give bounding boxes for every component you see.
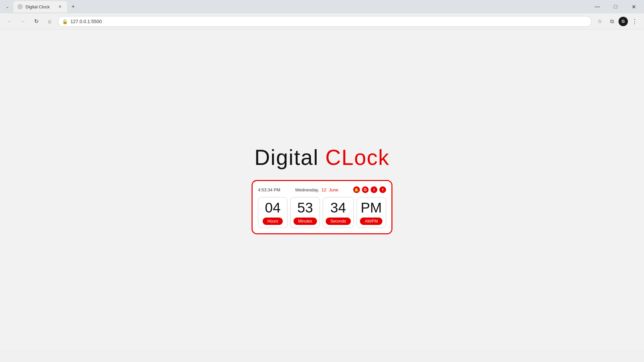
browser-chrome: ⌄ Digital Clock ✕ + — □ ✕ ← → ↻ ⌂ 🔒 ☆ ⧉ … [0, 0, 644, 29]
hours-segment: 04 Hours [258, 197, 287, 228]
reload-button[interactable]: ↻ [31, 16, 42, 27]
clock-social-icons: 🔔 G t f [353, 186, 386, 193]
url-input[interactable] [70, 19, 587, 24]
ampm-value: PM [361, 201, 382, 215]
google-icon[interactable]: G [362, 186, 369, 193]
forward-button[interactable]: → [17, 16, 28, 27]
browser-tab[interactable]: Digital Clock ✕ [13, 1, 67, 12]
clock-date: Wednesday, 12 June [295, 187, 338, 192]
clock-date-label: Wednesday, [295, 187, 319, 192]
clock-header: 4:53:34 PM Wednesday, 12 June 🔔 G t f [258, 186, 386, 193]
back-button[interactable]: ← [4, 16, 15, 27]
clock-widget: 4:53:34 PM Wednesday, 12 June 🔔 G t f 04… [252, 180, 392, 234]
address-bar[interactable]: 🔒 [58, 16, 592, 27]
clock-date-month: June [329, 187, 338, 192]
tab-favicon [17, 4, 23, 9]
minimize-button[interactable]: — [590, 1, 605, 12]
extensions-button[interactable]: ⧉ [606, 16, 617, 27]
nav-right-controls: ☆ ⧉ G ⋮ [594, 16, 640, 27]
bookmark-button[interactable]: ☆ [594, 16, 605, 27]
tab-list-button[interactable]: ⌄ [3, 2, 12, 11]
title-black-part: Digital [254, 145, 325, 170]
tab-close-button[interactable]: ✕ [57, 4, 63, 10]
minutes-segment: 53 Minutes [290, 197, 320, 228]
browser-menu-button[interactable]: ⋮ [629, 16, 640, 27]
seconds-label: Seconds [326, 218, 351, 225]
title-red-part: CLock [325, 145, 389, 170]
home-button[interactable]: ⌂ [44, 16, 55, 27]
window-controls: — □ ✕ [590, 1, 641, 12]
ampm-label: AM/PM [360, 218, 382, 225]
seconds-segment: 34 Seconds [323, 197, 354, 228]
clock-time-small: 4:53:34 PM [258, 187, 280, 192]
hours-label: Hours [263, 218, 283, 225]
facebook-icon[interactable]: f [379, 186, 386, 193]
tab-title: Digital Clock [25, 4, 54, 9]
minutes-value: 53 [297, 201, 313, 215]
alarm-icon[interactable]: 🔔 [353, 186, 360, 193]
maximize-button[interactable]: □ [608, 1, 623, 12]
close-button[interactable]: ✕ [626, 1, 641, 12]
profile-avatar[interactable]: G [619, 17, 628, 26]
navigation-bar: ← → ↻ ⌂ 🔒 ☆ ⧉ G ⋮ [0, 13, 644, 29]
hours-value: 04 [265, 201, 281, 215]
seconds-value: 34 [330, 201, 346, 215]
new-tab-button[interactable]: + [68, 2, 78, 11]
clock-segments: 04 Hours 53 Minutes 34 Seconds PM AM/PM [258, 197, 386, 228]
clock-date-day: 12 [321, 187, 326, 192]
ampm-segment: PM AM/PM [357, 197, 386, 228]
twitter-icon[interactable]: t [371, 186, 377, 193]
title-bar: ⌄ Digital Clock ✕ + — □ ✕ [0, 0, 644, 13]
lock-icon: 🔒 [62, 19, 68, 24]
page-content: Digital CLock 4:53:34 PM Wednesday, 12 J… [0, 29, 644, 350]
minutes-label: Minutes [293, 218, 317, 225]
page-title: Digital CLock [254, 145, 389, 170]
